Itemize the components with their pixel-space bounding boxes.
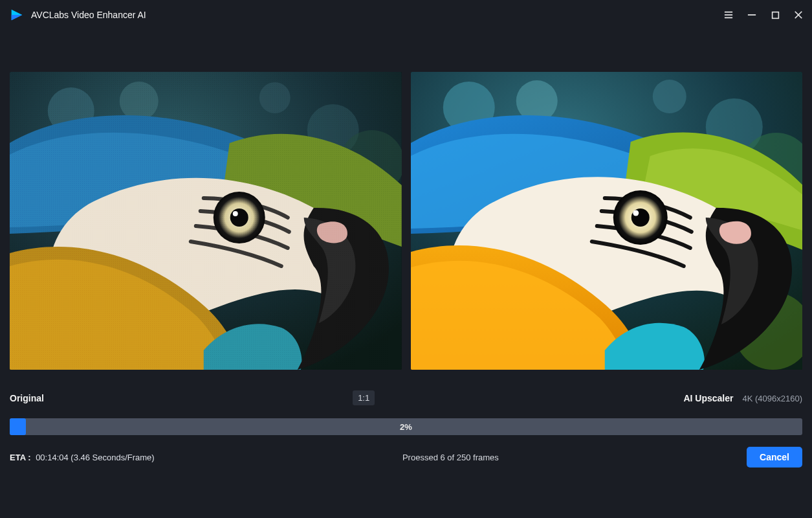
svg-marker-1 [12,15,23,20]
enhanced-label: AI Upscaler 4K (4096x2160) [683,393,802,403]
cancel-button[interactable]: Cancel [747,447,802,467]
zoom-ratio-badge[interactable]: 1:1 [353,390,375,405]
eta-value: 00:14:04 (3.46 Seconds/Frame) [36,453,155,462]
app-logo-icon [10,8,23,21]
enhanced-preview [411,72,803,370]
svg-rect-6 [772,12,778,18]
status-row: ETA : 00:14:04 (3.46 Seconds/Frame) Proe… [0,435,812,467]
titlebar-left: AVCLabs Video Enhancer AI [10,8,146,21]
svg-point-27 [633,210,639,216]
comparison-area [0,30,812,379]
enhance-resolution: 4K (4096x2160) [742,394,802,403]
labels-row: Original 1:1 AI Upscaler 4K (4096x2160) [0,379,812,405]
svg-point-21 [652,80,686,113]
original-label: Original [10,393,44,403]
progress-percent: 2% [10,418,802,435]
svg-point-17 [233,211,238,216]
app-root: AVCLabs Video Enhancer AI [0,0,812,518]
eta-label: ETA : [10,453,31,462]
svg-point-16 [230,208,248,227]
menu-icon[interactable] [724,10,733,19]
svg-point-12 [259,82,291,113]
eta-text: ETA : 00:14:04 (3.46 Seconds/Frame) [10,453,155,462]
original-preview [10,72,402,370]
maximize-icon[interactable] [771,10,780,19]
progress-bar: 2% [10,418,802,435]
processed-text: Proessed 6 of 250 frames [402,453,499,462]
enhance-mode: AI Upscaler [683,393,733,403]
titlebar: AVCLabs Video Enhancer AI [0,0,812,30]
progress-row: 2% [0,405,812,435]
minimize-icon[interactable] [747,10,756,19]
close-icon[interactable] [794,10,803,19]
app-title: AVCLabs Video Enhancer AI [31,10,146,20]
window-controls [724,10,803,19]
comparison-panels [10,72,802,370]
svg-point-11 [120,82,159,120]
